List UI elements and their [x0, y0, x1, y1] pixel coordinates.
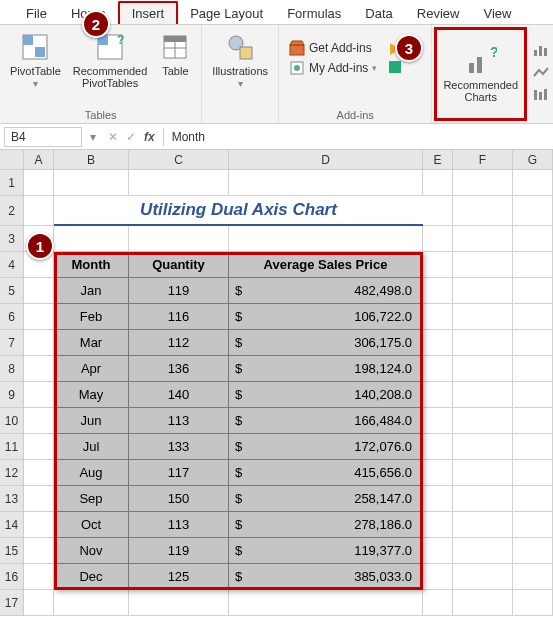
cell[interactable] — [513, 226, 553, 252]
cell-month[interactable]: Jul — [54, 434, 129, 460]
cell[interactable] — [513, 512, 553, 538]
cell[interactable] — [513, 408, 553, 434]
cell-month[interactable]: May — [54, 382, 129, 408]
cell[interactable] — [453, 408, 513, 434]
namebox-dropdown-icon[interactable]: ▾ — [86, 130, 100, 144]
cell-month[interactable]: Apr — [54, 356, 129, 382]
cell[interactable] — [423, 486, 453, 512]
row-header[interactable]: 3 — [0, 226, 24, 252]
cell[interactable] — [453, 564, 513, 590]
cell[interactable] — [24, 460, 54, 486]
chart-type-icon-1[interactable] — [533, 44, 549, 60]
row-header[interactable]: 14 — [0, 512, 24, 538]
illustrations-button[interactable]: Illustrations ▾ — [208, 29, 272, 91]
cell[interactable] — [453, 486, 513, 512]
select-all-corner[interactable] — [0, 150, 24, 169]
cell[interactable] — [423, 196, 453, 226]
cell-price[interactable]: $415,656.0 — [229, 460, 423, 486]
cell[interactable] — [423, 252, 453, 278]
cell-quantity[interactable]: 136 — [129, 356, 229, 382]
enter-icon[interactable]: ✓ — [126, 130, 136, 144]
cell-quantity[interactable]: 119 — [129, 278, 229, 304]
col-header[interactable]: A — [24, 150, 54, 169]
cell-month[interactable]: Jan — [54, 278, 129, 304]
cell-quantity[interactable]: 113 — [129, 512, 229, 538]
row-header[interactable]: 15 — [0, 538, 24, 564]
table-button[interactable]: Table — [155, 29, 195, 79]
cell[interactable] — [229, 170, 423, 196]
cell-quantity[interactable]: 140 — [129, 382, 229, 408]
grid[interactable]: 1 2 Utilizing Dual Axis Chart 3 4 Month … — [0, 170, 553, 616]
cell[interactable] — [423, 564, 453, 590]
cell-month[interactable]: Nov — [54, 538, 129, 564]
cell-quantity[interactable]: 125 — [129, 564, 229, 590]
row-header[interactable]: 12 — [0, 460, 24, 486]
cell[interactable] — [24, 564, 54, 590]
cell[interactable] — [513, 434, 553, 460]
cell[interactable] — [513, 170, 553, 196]
row-header[interactable]: 16 — [0, 564, 24, 590]
cell[interactable] — [24, 486, 54, 512]
cell[interactable] — [453, 512, 513, 538]
row-header[interactable]: 5 — [0, 278, 24, 304]
cell[interactable] — [423, 538, 453, 564]
cell-month[interactable]: Feb — [54, 304, 129, 330]
cell[interactable] — [453, 434, 513, 460]
cell[interactable] — [229, 226, 423, 252]
cell[interactable] — [513, 304, 553, 330]
cell[interactable] — [423, 382, 453, 408]
cell[interactable] — [423, 330, 453, 356]
cell-price[interactable]: $166,484.0 — [229, 408, 423, 434]
cell[interactable] — [129, 590, 229, 616]
people-graph-icon[interactable] — [387, 59, 403, 75]
cell[interactable] — [453, 252, 513, 278]
cell-quantity[interactable]: 117 — [129, 460, 229, 486]
cell-price[interactable]: $482,498.0 — [229, 278, 423, 304]
cell[interactable] — [24, 434, 54, 460]
title-cell[interactable]: Utilizing Dual Axis Chart — [54, 196, 423, 226]
cell[interactable] — [423, 278, 453, 304]
cell[interactable] — [24, 512, 54, 538]
cell[interactable] — [24, 304, 54, 330]
cell[interactable] — [423, 512, 453, 538]
cell[interactable] — [453, 278, 513, 304]
col-header[interactable]: C — [129, 150, 229, 169]
tab-view[interactable]: View — [471, 3, 523, 24]
cell[interactable] — [423, 460, 453, 486]
cell-price[interactable]: $140,208.0 — [229, 382, 423, 408]
header-quantity[interactable]: Quantity — [129, 252, 229, 278]
cell[interactable] — [513, 356, 553, 382]
cell[interactable] — [24, 408, 54, 434]
cell[interactable] — [513, 590, 553, 616]
chart-type-icon-3[interactable] — [533, 88, 549, 104]
get-addins-button[interactable]: Get Add-ins — [285, 39, 381, 57]
col-header[interactable]: G — [513, 150, 553, 169]
cell[interactable] — [423, 590, 453, 616]
fx-icon[interactable]: fx — [144, 130, 155, 144]
cell[interactable] — [453, 538, 513, 564]
cell[interactable] — [513, 382, 553, 408]
cell[interactable] — [513, 564, 553, 590]
cell[interactable] — [229, 590, 423, 616]
cell[interactable] — [54, 226, 129, 252]
row-header[interactable]: 9 — [0, 382, 24, 408]
cell[interactable] — [24, 196, 54, 226]
cell-month[interactable]: Sep — [54, 486, 129, 512]
cell-price[interactable]: $106,722.0 — [229, 304, 423, 330]
cell-quantity[interactable]: 150 — [129, 486, 229, 512]
cell[interactable] — [24, 330, 54, 356]
cell[interactable] — [453, 226, 513, 252]
chart-type-icon-2[interactable] — [533, 66, 549, 82]
cell[interactable] — [54, 590, 129, 616]
cell[interactable] — [513, 460, 553, 486]
cell[interactable] — [24, 170, 54, 196]
col-header[interactable]: E — [423, 150, 453, 169]
cell[interactable] — [423, 356, 453, 382]
header-month[interactable]: Month — [54, 252, 129, 278]
cell[interactable] — [423, 434, 453, 460]
pivottable-button[interactable]: PivotTable ▾ — [6, 29, 65, 91]
cell-month[interactable]: Oct — [54, 512, 129, 538]
row-header[interactable]: 6 — [0, 304, 24, 330]
col-header[interactable]: B — [54, 150, 129, 169]
cell[interactable] — [423, 408, 453, 434]
